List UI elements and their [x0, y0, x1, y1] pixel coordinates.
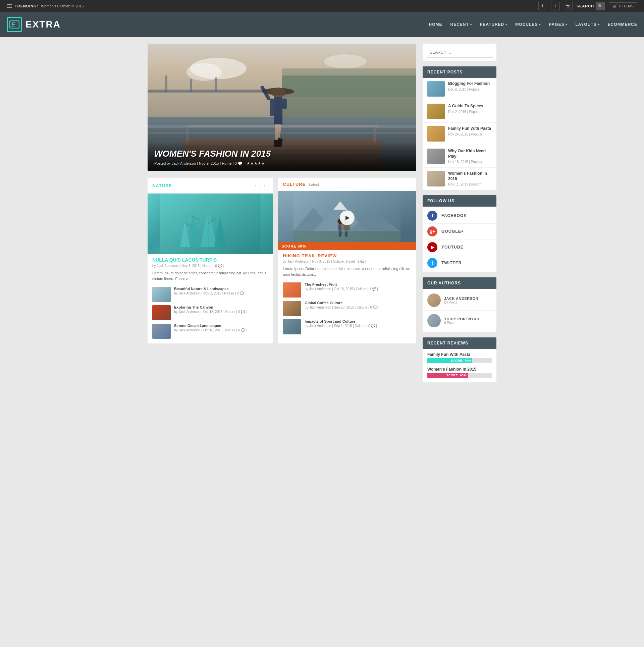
rp-content: Why Our Kids Need Play Nov 18, 2015 | Po… [448, 149, 492, 164]
nature-featured-image [148, 194, 273, 254]
follow-us-section: FOLLOW US f FACEBOOK g+ GOOGLE+ ▶ YOUTUB… [423, 195, 496, 272]
instagram-icon[interactable]: 📷 [564, 2, 573, 10]
svg-rect-57 [341, 224, 345, 230]
nature-item-content: Exploring The Canyon by Jack Anderson | … [174, 305, 268, 314]
follow-twitter[interactable]: t TWITTER [423, 255, 496, 271]
culture-score-bar: SCORE 60% [278, 242, 416, 250]
reviews-title: RECENT REVIEWS [423, 337, 496, 349]
recent-posts-list: Blogging For Fashion Dec 2, 2015 | Popul… [423, 78, 496, 190]
review-score-label: SCORE: 70% [451, 359, 471, 362]
hero-section: WOMEN'S FASHION IN 2015 Posted by Jack A… [148, 44, 416, 171]
recent-posts-title: RECENT POSTS [423, 66, 496, 78]
rp-content: Women's Fashion In 2015 Nov 11, 2015 | D… [448, 171, 492, 186]
list-item: Exploring The Canyon by Jack Anderson | … [152, 305, 268, 320]
rp-title[interactable]: A Guide To Spices [448, 104, 492, 109]
nav-featured[interactable]: FEATURED ▾ [480, 22, 507, 27]
rp-meta: Dec 2, 2015 | Popular [448, 88, 492, 91]
nature-item-title[interactable]: Exploring The Canyon [174, 305, 268, 309]
nav-home[interactable]: HOME [429, 22, 442, 27]
svg-rect-63 [346, 232, 348, 237]
list-item: Why Our Kids Need Play Nov 18, 2015 | Po… [423, 145, 496, 168]
list-item: Global Coffee Culture by Jack Anderson |… [283, 301, 411, 316]
culture-item-meta: by Jack Anderson | Sep 20, 2015 | Cultur… [305, 306, 411, 309]
search-icon[interactable]: 🔍 [596, 2, 605, 10]
top-bar-right: f t 📷 SEARCH 🔍 🛒 0 ITEMS [538, 2, 637, 10]
cart-button[interactable]: 🛒 0 ITEMS [609, 2, 637, 10]
logo[interactable]: E EXTRA [7, 17, 61, 32]
culture-item-meta: by Jack Anderson | Oct 18, 2015 | Cultur… [305, 287, 411, 291]
author-name[interactable]: JACK ANDERSON [444, 296, 478, 301]
twitter-icon[interactable]: t [551, 2, 560, 10]
nature-thumb-bt [152, 287, 171, 302]
review-score-label: SCORE: 63% [446, 374, 467, 377]
culture-item-title[interactable]: The Freshest Fruit [305, 282, 411, 286]
search-label: SEARCH [577, 4, 594, 8]
rp-title[interactable]: Why Our Kids Need Play [448, 149, 492, 159]
author-posts: 24 Posts [444, 301, 478, 304]
nature-list: Beautiful Nature & Landscapes by Jack An… [148, 285, 273, 343]
authors-title: OUR AUTHORS [423, 277, 496, 289]
nav-pages[interactable]: PAGES ▾ [549, 22, 567, 27]
menu-icon[interactable] [7, 4, 12, 8]
nature-item-title[interactable]: Beautiful Nature & Landscapes [174, 287, 268, 291]
svg-rect-60 [344, 224, 346, 230]
review-bar-pink: SCORE: 63% [427, 373, 468, 378]
author-name[interactable]: YURIY PORTNYKH [444, 317, 479, 321]
culture-featured-title: HIKING TRAIL REVIEW [278, 250, 416, 260]
top-bar: TRENDING: Women's Fashion In 2015 f t 📷 … [0, 0, 644, 12]
culture-panel-header: CULTURE Latest [278, 178, 416, 191]
nature-title: NATURE [152, 183, 172, 188]
nature-featured-excerpt: Lorem ipsum dolor sit amet, consectetur … [148, 270, 273, 285]
top-search[interactable]: SEARCH 🔍 [577, 2, 605, 10]
author-yuriy: YURIY PORTNYKH 0 Posts [423, 311, 496, 331]
rp-content: A Guide To Spices Dec 2, 2015 | Popular [448, 104, 492, 114]
list-item: A Guide To Spices Dec 2, 2015 | Popular [423, 100, 496, 123]
nature-item-content: Beautiful Nature & Landscapes by Jack An… [174, 287, 268, 295]
author-info: JACK ANDERSON 24 Posts [444, 296, 478, 304]
rp-meta: Nov 24, 2015 | Popular [448, 132, 492, 136]
nature-next[interactable]: › [261, 182, 268, 189]
nav-ecommerce[interactable]: ECOMMERCE [608, 22, 637, 27]
follow-youtube[interactable]: ▶ YOUTUBE [423, 239, 496, 255]
culture-featured-excerpt: Lorem Ipsum Dolor Lorem ipsum dolor sit … [278, 266, 416, 280]
play-button[interactable]: ▶ [340, 210, 355, 225]
recent-posts-section: RECENT POSTS Blogging For Fashion Dec 2,… [423, 66, 496, 190]
reviews-list: Family Fun With Pasta SCORE: 70% Women's… [423, 349, 496, 382]
content-left: WOMEN'S FASHION IN 2015 Posted by Jack A… [148, 44, 416, 382]
culture-featured-image: ▶ SCORE 60% [278, 191, 416, 250]
rp-thumb-fashion [427, 81, 445, 97]
nature-thumb-canyon [152, 305, 171, 320]
nav-recent[interactable]: RECENT ▾ [450, 22, 472, 27]
facebook-icon[interactable]: f [538, 2, 547, 10]
hero-meta: Posted by Jack Anderson | Nov 9, 2015 | … [154, 161, 409, 166]
list-item: Impacts of Sport and Culture by Jack And… [283, 319, 411, 334]
follow-facebook[interactable]: f FACEBOOK [423, 208, 496, 224]
follow-twitter-label: TWITTER [441, 261, 462, 265]
list-item: The Freshest Fruit by Jack Anderson | Oc… [283, 282, 411, 298]
review-bar-wrap: SCORE: 70% [427, 358, 492, 363]
culture-score-text: SCORE 60% [281, 244, 306, 248]
search-input[interactable] [426, 47, 493, 58]
nav-modules[interactable]: MODULES ▾ [515, 22, 541, 27]
culture-subtitle: Latest [309, 182, 319, 186]
author-list: JACK ANDERSON 24 Posts YURIY PORTNYKH 0 … [423, 289, 496, 332]
rp-title[interactable]: Women's Fashion In 2015 [448, 171, 492, 181]
rp-meta: Nov 18, 2015 | Popular [448, 160, 492, 164]
nature-prev[interactable]: ‹ [252, 182, 259, 189]
nav-layouts[interactable]: LAYOUTS ▾ [575, 22, 599, 27]
follow-google-label: GOOGLE+ [441, 229, 464, 234]
culture-title-link[interactable]: HIKING TRAIL REVIEW [283, 253, 337, 258]
follow-google[interactable]: g+ GOOGLE+ [423, 224, 496, 239]
culture-item-title[interactable]: Global Coffee Culture [305, 301, 411, 305]
cart-count: 0 ITEMS [619, 4, 634, 8]
culture-item-title[interactable]: Impacts of Sport and Culture [305, 319, 411, 323]
review-item: Women's Fashion In 2015 SCORE: 63% [427, 367, 492, 378]
nature-item-title[interactable]: Serene Ocean Landscapes [174, 324, 268, 328]
rp-content: Family Fun With Pasta Nov 24, 2015 | Pop… [448, 126, 492, 136]
bottom-panels: NATURE ‹ › [148, 178, 416, 343]
rp-title[interactable]: Family Fun With Pasta [448, 126, 492, 131]
rp-title[interactable]: Blogging For Fashion [448, 81, 492, 87]
nature-featured-title[interactable]: NULLA QUIS LACUS TURPIS [148, 254, 273, 264]
culture-thumb-fruit [283, 282, 301, 298]
twitter-icon: t [427, 258, 437, 268]
